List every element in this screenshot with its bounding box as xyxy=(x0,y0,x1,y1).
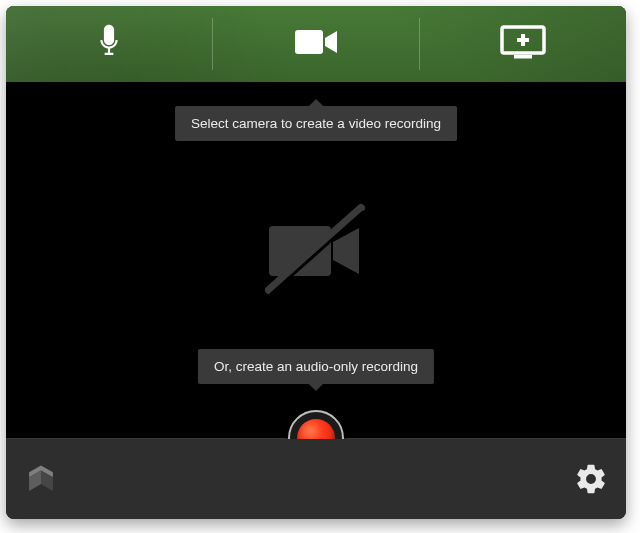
svg-rect-2 xyxy=(514,55,532,59)
svg-rect-0 xyxy=(295,30,323,54)
no-camera-icon xyxy=(251,196,381,310)
footer-bar xyxy=(6,439,626,519)
app-logo-icon[interactable] xyxy=(24,462,58,496)
tab-screen[interactable] xyxy=(420,6,626,82)
tab-camera[interactable] xyxy=(213,6,419,82)
select-camera-tooltip: Select camera to create a video recordin… xyxy=(175,106,457,141)
audio-only-tooltip: Or, create an audio-only recording xyxy=(198,349,434,384)
recorder-window: Select camera to create a video recordin… xyxy=(6,6,626,519)
tab-microphone[interactable] xyxy=(6,6,212,82)
preview-stage: Select camera to create a video recordin… xyxy=(6,82,626,439)
microphone-icon xyxy=(96,23,122,65)
svg-rect-4 xyxy=(517,38,529,42)
add-screen-icon xyxy=(499,24,547,64)
mode-toolbar xyxy=(6,6,626,82)
video-camera-icon xyxy=(293,27,339,61)
settings-button[interactable] xyxy=(574,462,608,496)
